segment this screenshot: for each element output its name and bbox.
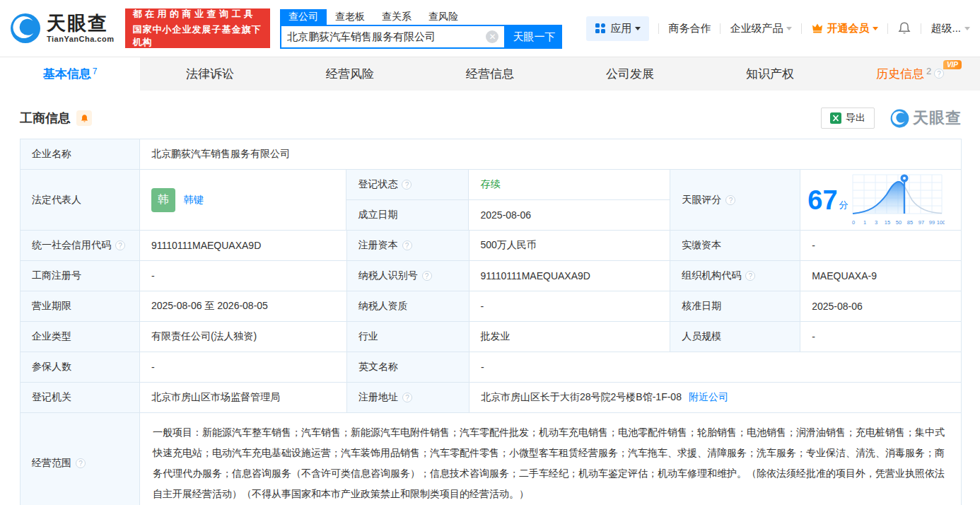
tab-operating-risk[interactable]: 经营风险 [280, 57, 420, 91]
brand-domain: TianYanCha.com [47, 35, 114, 43]
nav-business-cooperation[interactable]: 商务合作 [668, 22, 711, 35]
business-scope-label-cell: 经营范围 [21, 413, 140, 505]
caret-down-icon [964, 27, 970, 30]
status-badge: 存续 [480, 178, 500, 191]
search-tab-boss[interactable]: 查老板 [327, 9, 373, 25]
business-term-value: 2025-08-06 至 2026-08-05 [140, 291, 347, 322]
org-code-value: MAEQUAXA-9 [800, 261, 962, 291]
svg-text:97: 97 [918, 219, 923, 226]
notification-button[interactable] [897, 21, 911, 35]
status-date-column: 登记状态 存续 成立日期 2025-08-06 [346, 170, 670, 231]
nav-apps[interactable]: 应用 [586, 16, 649, 41]
search-tab-company[interactable]: 查公司 [280, 9, 327, 25]
insured-count-label: 参保人数 [21, 352, 140, 383]
legal-rep-label: 法定代表人 [21, 170, 140, 231]
nav-open-vip[interactable]: 开通会员 [811, 22, 878, 35]
svg-text:3: 3 [874, 219, 877, 226]
tab-intellectual-property[interactable]: 知识产权 [700, 57, 840, 91]
tab-basic-info-count: 7 [93, 66, 98, 76]
staff-size-label: 人员规模 [670, 322, 800, 352]
table-row: 参保人数 - 英文名称 - [21, 352, 962, 383]
company-type-value: 有限责任公司(法人独资) [140, 322, 347, 352]
business-reg-no-label: 工商注册号 [21, 261, 140, 291]
clear-icon[interactable] [486, 30, 498, 43]
business-info-table: 企业名称 北京鹏荻汽车销售服务有限公司 法定代表人 韩 韩键 登记状态 存续 成… [20, 139, 962, 505]
help-icon[interactable] [402, 240, 412, 250]
help-icon[interactable] [745, 271, 755, 281]
tab-legal-proceedings[interactable]: 法律诉讼 [140, 57, 280, 91]
help-icon[interactable] [422, 271, 432, 281]
subscribe-bell-button[interactable] [76, 110, 92, 126]
help-icon[interactable] [115, 240, 125, 250]
reg-status-label: 登记状态 [358, 178, 397, 191]
tab-history-label: 历史信息 [876, 66, 924, 82]
org-code-label: 组织机构代码 [682, 269, 741, 282]
taxpayer-quality-value: - [469, 291, 671, 322]
english-name-label: 英文名称 [347, 352, 469, 383]
svg-text:0: 0 [851, 219, 854, 226]
vip-badge: VIP [943, 60, 962, 69]
brand-name: 天眼查 [47, 14, 114, 33]
nav-enterprise-products[interactable]: 企业级产品 [730, 22, 792, 35]
org-code-label-cell: 组织机构代码 [670, 261, 800, 291]
tab-basic-info[interactable]: 基本信息 7 [0, 57, 140, 91]
score-label-cell: 天眼评分 [670, 170, 800, 231]
table-row: 经营范围 一般项目：新能源汽车整车销售；汽车销售；新能源汽车电附件销售；汽车零配… [21, 413, 962, 505]
table-row: 法定代表人 韩 韩键 登记状态 存续 成立日期 2025-08-06 天眼评分 [21, 170, 962, 231]
avatar[interactable]: 韩 [151, 188, 175, 212]
business-scope-label: 经营范围 [32, 457, 71, 470]
tab-operating-label: 经营信息 [466, 66, 514, 82]
help-icon[interactable] [934, 69, 944, 79]
help-icon[interactable] [76, 458, 86, 468]
tab-company-development[interactable]: 公司发展 [560, 57, 700, 91]
header: 天眼查 TianYanCha.com 都在用的商业查询工具 国家中小企业发展子基… [0, 0, 980, 57]
company-name-value: 北京鹏荻汽车销售服务有限公司 [140, 139, 962, 170]
excel-icon [830, 112, 841, 124]
help-icon[interactable] [402, 180, 412, 190]
company-name-label: 企业名称 [21, 139, 140, 170]
divider [887, 23, 888, 34]
watermark: 天眼查 [890, 108, 962, 129]
est-date-label: 成立日期 [346, 200, 469, 231]
nearby-companies-link[interactable]: 附近公司 [689, 391, 728, 404]
help-icon[interactable] [725, 195, 735, 205]
insured-count-value: - [140, 352, 347, 383]
caret-down-icon [635, 27, 641, 30]
divider [658, 23, 659, 34]
search-tab-relation[interactable]: 查关系 [373, 9, 420, 25]
registered-capital-label-cell: 注册资本 [347, 231, 469, 261]
registration-authority-value: 北京市房山区市场监督管理局 [140, 383, 347, 413]
taxpayer-id-value: 91110111MAEQUAXA9D [469, 261, 671, 291]
table-row: 工商注册号 - 纳税人识别号 91110111MAEQUAXA9D 组织机构代码… [21, 261, 962, 291]
reg-status-label-cell: 登记状态 [346, 170, 469, 200]
help-icon[interactable] [402, 393, 412, 402]
nav-super-vip[interactable]: 超级... [931, 22, 970, 35]
slogan-line-1: 都在用的商业查询工具 [132, 8, 262, 21]
table-row: 企业类型 有限责任公司(法人独资) 行业 批发业 人员规模 - [21, 322, 962, 352]
slogan-line-2: 国家中小企业发展子基金旗下机构 [132, 23, 262, 49]
registration-authority-label: 登记机关 [21, 383, 140, 413]
reg-status-value: 存续 [469, 170, 670, 200]
nav-open-vip-label: 开通会员 [827, 22, 869, 35]
search-input[interactable] [281, 31, 486, 43]
tab-history-count: 2 [926, 66, 931, 76]
legal-rep-link[interactable]: 韩键 [184, 194, 204, 207]
caret-down-icon [873, 27, 878, 30]
search-tabs: 查公司 查老板 查关系 查风险 [280, 8, 563, 25]
nav-enterprise-label: 企业级产品 [730, 22, 783, 35]
tab-operating-info[interactable]: 经营信息 [420, 57, 560, 91]
bell-icon [80, 114, 89, 123]
search-tab-risk[interactable]: 查风险 [420, 9, 467, 25]
divider [720, 23, 721, 34]
paid-in-capital-value: - [800, 231, 962, 261]
score-cell: 67 分 [800, 170, 962, 231]
section-title: 工商信息 [20, 110, 71, 127]
tab-development-label: 公司发展 [606, 66, 654, 82]
score-label: 天眼评分 [682, 194, 721, 207]
registered-capital-value: 500万人民币 [469, 231, 671, 261]
tab-history-info[interactable]: VIP 历史信息 2 [840, 57, 980, 91]
bell-icon [897, 21, 911, 35]
export-button[interactable]: 导出 [821, 108, 875, 129]
search-button[interactable]: 天眼一下 [506, 25, 562, 49]
logo[interactable]: 天眼查 TianYanCha.com [10, 13, 114, 44]
